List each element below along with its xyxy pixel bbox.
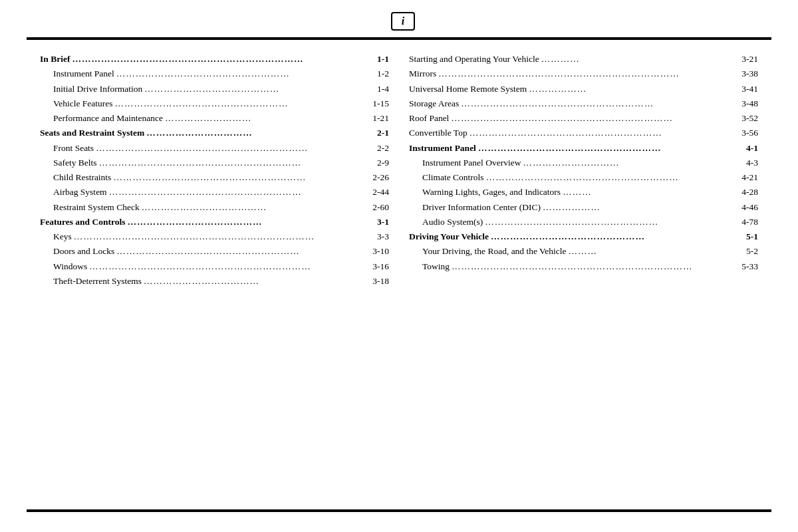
toc-page: 1-4: [377, 82, 389, 96]
right-column: Starting and Operating Your Vehicle…………3…: [409, 52, 758, 503]
page: In Brief………………………………………………………………1-1Instr…: [0, 0, 798, 532]
toc-entry: Starting and Operating Your Vehicle…………3…: [409, 52, 758, 66]
toc-dots: ……………………………………: [128, 215, 375, 229]
toc-page: 1-1: [377, 52, 389, 66]
toc-label: Driver Information Center (DIC): [409, 200, 541, 215]
toc-page: 5-1: [746, 229, 758, 244]
toc-page: 3-16: [372, 259, 389, 274]
toc-entry: Performance and Maintenance………………………1-21: [40, 111, 389, 126]
toc-entry: Airbag System……………………………………………………2-44: [40, 185, 389, 200]
toc-label: Keys: [40, 229, 72, 244]
toc-page: 4-28: [741, 185, 758, 200]
toc-entry: Roof Panel……………………………………………………………3-52: [409, 111, 758, 126]
toc-label: Your Driving, the Road, and the Vehicle: [409, 244, 567, 259]
header: [0, 0, 798, 37]
toc-entry: Audio System(s)………………………………………………4-78: [409, 215, 758, 229]
toc-entry: Convertible Top……………………………………………………3-56: [409, 126, 758, 140]
toc-dots: ………: [563, 185, 739, 200]
toc-entry: Front Seats…………………………………………………………2-2: [40, 141, 389, 156]
toc-dots: ……………………………………………………: [461, 96, 739, 111]
toc-label: Front Seats: [40, 141, 94, 156]
toc-label: Seats and Restraint System: [40, 126, 144, 140]
toc-label: Windows: [40, 259, 87, 274]
toc-dots: …………: [541, 52, 739, 66]
toc-entry: Mirrors…………………………………………………………………3-38: [409, 66, 758, 81]
toc-label: Vehicle Features: [40, 96, 113, 111]
toc-dots: ………………………………………………: [115, 96, 371, 111]
toc-page: 3-52: [741, 111, 758, 126]
toc-entry: Instrument Panel………………………………………………1-2: [40, 66, 389, 81]
toc-page: 3-21: [741, 52, 758, 66]
toc-page: 2-2: [377, 141, 389, 156]
toc-entry: Doors and Locks…………………………………………………3-10: [40, 244, 389, 259]
toc-dots: …………………………………………………………………: [74, 229, 375, 244]
toc-entry: Vehicle Features………………………………………………1-15: [40, 96, 389, 111]
toc-entry: Towing…………………………………………………………………5-33: [409, 259, 758, 274]
toc-label: Warning Lights, Gages, and Indicators: [409, 185, 561, 200]
toc-dots: ……………………………: [146, 126, 375, 140]
toc-dots: ………………………………………………: [485, 215, 739, 229]
toc-page: 2-9: [377, 156, 389, 170]
toc-dots: ……………………………………: [144, 82, 375, 96]
toc-label: Theft-Deterrent Systems: [40, 274, 142, 289]
toc-page: 3-38: [741, 66, 758, 81]
toc-label: Doors and Locks: [40, 244, 114, 259]
toc-dots: ………………: [529, 82, 739, 96]
toc-dots: …………………………………………………: [478, 141, 744, 156]
toc-label: In Brief: [40, 52, 70, 66]
toc-label: Features and Controls: [40, 215, 126, 229]
toc-page: 1-2: [377, 66, 389, 81]
toc-page: 3-41: [741, 82, 758, 96]
left-column: In Brief………………………………………………………………1-1Instr…: [40, 52, 389, 503]
toc-entry: Restraint System Check…………………………………2-60: [40, 200, 389, 215]
toc-page: 1-21: [372, 111, 389, 126]
toc-entry: Features and Controls……………………………………3-1: [40, 215, 389, 229]
toc-page: 4-1: [746, 141, 758, 156]
toc-page: 2-1: [377, 126, 389, 140]
toc-label: Starting and Operating Your Vehicle: [409, 52, 539, 66]
toc-page: 4-3: [746, 156, 758, 170]
toc-dots: ………………………………………………: [116, 66, 375, 81]
toc-dots: ………………………………: [144, 274, 370, 289]
toc-entry: Your Driving, the Road, and the Vehicle……: [409, 244, 758, 259]
toc-entry: Seats and Restraint System……………………………2-1: [40, 126, 389, 140]
toc-page: 3-18: [372, 274, 389, 289]
toc-entry: Theft-Deterrent Systems………………………………3-18: [40, 274, 389, 289]
toc-label: Roof Panel: [409, 111, 449, 126]
toc-label: Child Restraints: [40, 170, 111, 185]
toc-dots: …………………………………………………………………: [438, 66, 739, 81]
toc-label: Instrument Panel: [40, 66, 114, 81]
toc-dots: ………………………………………………………………: [72, 52, 375, 66]
toc-entry: Climate Controls……………………………………………………4-21: [409, 170, 758, 185]
toc-entry: Windows……………………………………………………………3-16: [40, 259, 389, 274]
toc-label: Safety Belts: [40, 156, 97, 170]
toc-page: 3-1: [377, 215, 389, 229]
toc-entry: Child Restraints……………………………………………………2-26: [40, 170, 389, 185]
toc-entry: Safety Belts………………………………………………………2-9: [40, 156, 389, 170]
toc-dots: …………………………………………………………: [96, 141, 375, 156]
toc-dots: ………………: [543, 200, 739, 215]
toc-page: 2-44: [372, 185, 389, 200]
toc-label: Storage Areas: [409, 96, 459, 111]
toc-label: Convertible Top: [409, 126, 467, 140]
toc-page: 3-3: [377, 229, 389, 244]
toc-entry: In Brief………………………………………………………………1-1: [40, 52, 389, 66]
toc-dots: ……………………………………………………: [109, 185, 371, 200]
toc-page: 5-2: [746, 244, 758, 259]
toc-label: Towing: [409, 259, 450, 274]
toc-dots: ……………………………………………………: [113, 170, 370, 185]
toc-label: Airbag System: [40, 185, 107, 200]
toc-page: 4-21: [741, 170, 758, 185]
toc-label: Driving Your Vehicle: [409, 229, 489, 244]
toc-page: 3-10: [372, 244, 389, 259]
toc-dots: ……………………………………………………………: [451, 111, 739, 126]
toc-label: Instrument Panel Overview: [409, 156, 521, 170]
toc-entry: Storage Areas……………………………………………………3-48: [409, 96, 758, 111]
toc-label: Climate Controls: [409, 170, 484, 185]
toc-dots: ………………………: [165, 111, 370, 126]
toc-content: In Brief………………………………………………………………1-1Instr…: [0, 40, 798, 509]
toc-page: 3-48: [741, 96, 758, 111]
toc-label: Restraint System Check: [40, 200, 140, 215]
toc-dots: ……………………………………………………: [486, 170, 740, 185]
toc-entry: Initial Drive Information……………………………………1…: [40, 82, 389, 96]
